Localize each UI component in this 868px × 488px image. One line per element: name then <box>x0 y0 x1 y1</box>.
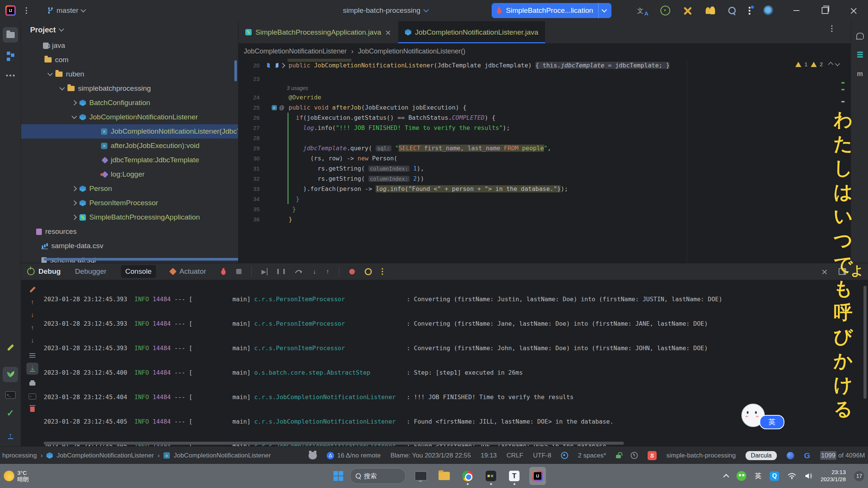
clear-all-icon[interactable] <box>29 406 36 413</box>
tab-debugger[interactable]: Debugger <box>70 265 111 278</box>
tree-item-java[interactable]: java <box>21 38 238 53</box>
tree-item-simplebatchprocessing[interactable]: simplebatchprocessing <box>21 81 238 96</box>
sidebar-item-commit[interactable]: ↑ <box>3 428 18 443</box>
chevron-down-icon[interactable] <box>602 7 607 12</box>
chevron-right-icon[interactable] <box>72 200 77 206</box>
wechat-icon[interactable] <box>737 471 746 481</box>
unlocked-icon[interactable] <box>616 455 621 458</box>
database-button[interactable] <box>852 47 868 62</box>
step-into-icon[interactable]: ↓ <box>313 268 316 276</box>
more-options-icon[interactable] <box>382 271 383 272</box>
layout-icon[interactable] <box>839 268 846 275</box>
google-icon[interactable]: G <box>804 451 810 460</box>
close-button[interactable] <box>839 0 868 21</box>
tab-console[interactable]: Console <box>121 265 156 278</box>
taskbar-search[interactable]: 搜索 <box>350 468 406 484</box>
tree-item-person[interactable]: Person <box>21 181 238 196</box>
project-selector[interactable]: simple-batch-processing <box>343 0 428 21</box>
taskbar-app-display[interactable] <box>413 466 429 486</box>
prev-occurrence-icon[interactable]: ↑ <box>29 324 36 332</box>
next-occurrence-icon[interactable]: ↓ <box>29 337 36 345</box>
file-encoding[interactable]: UTF-8 <box>533 452 551 459</box>
chevron-down-icon[interactable] <box>72 114 77 119</box>
print-icon[interactable] <box>29 380 36 387</box>
search-icon[interactable] <box>728 7 736 14</box>
tab-jobcompletionnotificationlistener[interactable]: JobCompletionNotificationListener.java <box>398 21 545 43</box>
minimize-button[interactable] <box>782 0 811 21</box>
statusbar-breadcrumb-package[interactable]: hprocessing <box>2 452 37 459</box>
tree-item-log-field[interactable]: log:Logger <box>21 167 238 181</box>
edit-icon[interactable] <box>29 286 36 293</box>
statusbar-breadcrumb-class[interactable]: JobCompletionNotificationListener <box>57 452 154 459</box>
taskbar-app-intellij[interactable] <box>529 466 546 486</box>
console-vertical-scrollbar[interactable] <box>863 286 866 399</box>
tree-item-com[interactable]: com <box>21 53 238 67</box>
sidebar-item-build[interactable] <box>3 340 18 355</box>
speaker-icon[interactable] <box>805 473 812 479</box>
code-with-me-icon[interactable] <box>705 6 715 15</box>
memory-indicator[interactable]: 1099 of 4096M <box>820 452 865 459</box>
code-area[interactable]: 20 public JobCompletionNotificationListe… <box>238 59 851 263</box>
highlighting-icon[interactable] <box>561 452 568 459</box>
rerun-debug-icon[interactable] <box>220 268 226 275</box>
tree-item-resources[interactable]: resources <box>21 224 238 239</box>
tree-item-constructor[interactable]: ≡ JobCompletionNotificationListener(Jdbc… <box>21 124 238 139</box>
tree-item-batchconfiguration[interactable]: BatchConfiguration <box>21 96 238 110</box>
wifi-icon[interactable] <box>787 473 796 479</box>
start-button[interactable] <box>333 471 343 481</box>
evaluate-icon[interactable] <box>365 268 372 275</box>
tab-actuator[interactable]: Actuator <box>166 265 211 278</box>
main-menu-icon[interactable] <box>26 10 27 11</box>
step-over-icon[interactable] <box>295 268 303 274</box>
tree-item-jdbctemplate-field[interactable]: jdbcTemplate:JdbcTemplate <box>21 153 238 167</box>
down-stack-icon[interactable]: ↓ <box>29 311 36 319</box>
tray-expand-icon[interactable] <box>723 474 729 480</box>
sogou-ime-icon[interactable]: S <box>648 451 657 460</box>
alarm-icon[interactable] <box>631 452 638 459</box>
sidebar-item-project[interactable] <box>3 27 18 43</box>
blame-info[interactable]: Blame: You 2023/1/28 22:55 <box>390 452 471 459</box>
chevron-right-icon[interactable] <box>72 186 77 191</box>
indent-style[interactable]: 2 spaces* <box>578 452 606 459</box>
scroll-to-end-button[interactable]: ⇣ <box>26 363 38 375</box>
fold-chevron-icon[interactable] <box>280 63 285 68</box>
maven-button[interactable]: m <box>852 66 868 82</box>
tree-item-ruben[interactable]: ruben <box>21 67 238 81</box>
line-separator[interactable]: CRLF <box>507 452 523 459</box>
statusbar-breadcrumb-method[interactable]: JobCompletionNotificationListener <box>174 452 271 459</box>
avatar-icon[interactable] <box>763 5 774 16</box>
blue-ball-icon[interactable] <box>787 452 794 459</box>
notification-count-badge[interactable]: 17 <box>854 471 864 481</box>
ime-mode-pill[interactable]: 英 <box>760 415 784 429</box>
pause-icon[interactable] <box>277 269 285 274</box>
project-panel-header[interactable]: Project <box>21 21 238 38</box>
tree-item-simplebatchprocessingapplication[interactable]: SimpleBatchProcessingApplication <box>21 210 238 224</box>
settings-menu-icon[interactable] <box>749 10 750 12</box>
caret-position[interactable]: 19:13 <box>481 452 497 459</box>
ime-floating-widget[interactable]: 英 <box>741 404 787 430</box>
override-method-icon[interactable]: ≡ <box>272 105 277 110</box>
annotation-gutter-icon[interactable]: @ <box>279 105 284 111</box>
chevron-down-icon[interactable] <box>60 85 65 90</box>
usages-hint[interactable]: 3 usages <box>238 84 851 92</box>
sidebar-item-more[interactable] <box>3 68 18 83</box>
chevron-right-icon[interactable] <box>72 100 77 105</box>
taskbar-app-chrome[interactable] <box>459 466 476 486</box>
breadcrumb-method[interactable]: JobCompletionNotificationListener() <box>358 47 465 55</box>
tree-item-jobcompletionnotificationlistener[interactable]: JobCompletionNotificationListener <box>21 110 238 124</box>
tray-clock[interactable]: 23:13 2023/1/28 <box>821 469 846 483</box>
run-configuration-button[interactable]: SimpleBatchProce...lication <box>492 3 611 18</box>
tree-item-personitemprocessor[interactable]: PersonItemProcessor <box>21 196 238 210</box>
atom-plugin-icon[interactable] <box>660 6 670 15</box>
git-branch-widget[interactable]: master <box>47 6 85 15</box>
sidebar-item-spring[interactable] <box>3 367 18 382</box>
project-horizontal-scrollbar[interactable] <box>44 258 238 261</box>
sidebar-item-structure[interactable] <box>3 47 18 63</box>
stop-icon[interactable] <box>236 269 241 274</box>
sidebar-item-problems[interactable]: ✓ <box>3 405 18 421</box>
breadcrumb-class[interactable]: JobCompletionNotificationListener <box>244 47 347 55</box>
vcs-changes-widget[interactable]: Δ 16 Δ/no remote <box>327 452 381 459</box>
taskbar-app-explorer[interactable] <box>436 466 452 486</box>
up-stack-icon[interactable]: ↑ <box>29 299 36 306</box>
debug-panel-title[interactable]: Debug <box>27 267 61 276</box>
